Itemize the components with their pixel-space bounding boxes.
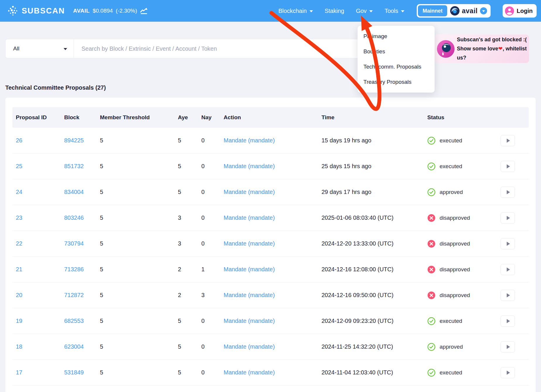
block-link[interactable]: 682553	[64, 318, 84, 324]
column-header-nay: Nay	[201, 114, 224, 121]
column-header-block: Block	[64, 114, 100, 121]
status-text: approved	[440, 189, 463, 195]
expand-row-button[interactable]	[501, 238, 515, 249]
block-link[interactable]: 834004	[64, 189, 84, 195]
gov-menu-item-treasury-proposals[interactable]: Treasury Proposals	[358, 74, 435, 90]
block-link[interactable]: 623004	[64, 343, 84, 350]
avail-logo-icon	[450, 6, 460, 16]
block-link[interactable]: 730794	[64, 240, 84, 247]
nay-value: 0	[201, 137, 224, 144]
play-icon	[507, 345, 510, 349]
nay-value: 3	[201, 292, 224, 299]
block-link[interactable]: 712872	[64, 292, 84, 298]
expand-row-button[interactable]	[501, 341, 515, 352]
aye-value: 5	[178, 318, 201, 324]
action-link[interactable]: Mandate (mandate)	[224, 214, 275, 221]
price-chart-icon[interactable]	[140, 8, 148, 14]
action-link[interactable]: Mandate (mandate)	[224, 137, 275, 144]
block-link[interactable]: 894225	[64, 137, 84, 144]
block-link[interactable]: 851732	[64, 163, 84, 169]
time-value: 2024-11-25 14:32:20 (UTC)	[321, 343, 427, 350]
expand-row-button[interactable]	[501, 264, 515, 275]
status-text: executed	[440, 163, 462, 170]
table-row: 21713286521Mandate (mandate)2024-12-16 1…	[12, 257, 529, 282]
aye-value: 2	[178, 266, 201, 273]
table-body: 26894225550Mandate (mandate)15 days 19 h…	[12, 128, 529, 392]
time-value: 2024-12-20 13:33:00 (UTC)	[321, 240, 427, 247]
heart-icon: ❤	[498, 46, 503, 52]
status-badge: executed	[427, 369, 501, 377]
ad-line1: Subscan's ad got blocked :(	[457, 35, 529, 44]
table-row: 20712872523Mandate (mandate)2024-12-16 0…	[12, 282, 529, 308]
proposal-id-link[interactable]: 22	[16, 240, 22, 247]
proposal-id-link[interactable]: 21	[16, 266, 22, 272]
gov-menu-item-preimage[interactable]: Preimage	[358, 29, 435, 44]
proposal-id-link[interactable]: 18	[16, 343, 22, 350]
page-title: Technical Committee Proposals (27)	[5, 84, 106, 91]
subscan-logo[interactable]: SUBSCAN	[8, 6, 65, 16]
play-icon	[507, 139, 510, 143]
action-link[interactable]: Mandate (mandate)	[224, 292, 275, 298]
proposal-id-link[interactable]: 17	[16, 369, 22, 376]
action-link[interactable]: Mandate (mandate)	[224, 369, 275, 376]
nay-value: 0	[201, 189, 224, 195]
time-value: 29 days 17 hrs ago	[321, 189, 427, 195]
status-badge: disapproved	[427, 214, 501, 222]
proposal-id-link[interactable]: 26	[16, 137, 22, 144]
member-threshold-value: 5	[100, 292, 178, 299]
expand-row-button[interactable]	[501, 367, 515, 378]
action-link[interactable]: Mandate (mandate)	[224, 240, 275, 247]
proposal-id-link[interactable]: 25	[16, 163, 22, 169]
expand-row-button[interactable]	[501, 161, 515, 172]
proposal-id-link[interactable]: 24	[16, 189, 22, 195]
network-chevron-icon[interactable]	[480, 7, 487, 14]
chevron-down-icon	[401, 10, 404, 12]
gov-menu-item-tech-comm-proposals[interactable]: Tech. comm. Proposals	[358, 59, 435, 74]
nav-link-gov[interactable]: Gov	[356, 8, 373, 14]
aye-value: 5	[178, 343, 201, 350]
aye-value: 3	[178, 240, 201, 247]
status-text: executed	[440, 318, 462, 324]
login-button[interactable]: Login	[503, 4, 537, 18]
proposal-id-link[interactable]: 23	[16, 214, 22, 221]
block-link[interactable]: 713286	[64, 266, 84, 272]
nav-link-staking[interactable]: Staking	[325, 8, 344, 14]
proposal-id-link[interactable]: 20	[16, 292, 22, 298]
expand-row-button[interactable]	[501, 316, 515, 327]
token-symbol: AVAIL	[73, 8, 90, 14]
expand-row-button[interactable]	[501, 290, 515, 301]
expand-row-button[interactable]	[501, 135, 515, 146]
nav-link-tools[interactable]: Tools	[385, 8, 404, 14]
action-link[interactable]: Mandate (mandate)	[224, 318, 275, 324]
table-row: 17531849550Mandate (mandate)2024-11-04 1…	[12, 360, 529, 386]
nay-value: 0	[201, 343, 224, 350]
block-link[interactable]: 803246	[64, 214, 84, 221]
status-text: disapproved	[440, 215, 470, 221]
status-text: approved	[440, 344, 463, 350]
time-value: 25 days 15 hrs ago	[321, 163, 427, 170]
expand-row-button[interactable]	[501, 187, 515, 198]
network-name-wrap[interactable]: avail	[450, 6, 489, 16]
member-threshold-value: 5	[100, 214, 178, 221]
column-header-member-threshold: Member Threshold	[100, 114, 178, 121]
mainnet-button[interactable]: Mainnet	[418, 5, 447, 16]
action-link[interactable]: Mandate (mandate)	[224, 343, 275, 350]
token-price: $0.0894	[93, 8, 113, 14]
block-link[interactable]: 531849	[64, 369, 84, 376]
search-filter-select[interactable]: All	[6, 39, 74, 58]
action-link[interactable]: Mandate (mandate)	[224, 163, 275, 169]
action-link[interactable]: Mandate (mandate)	[224, 189, 275, 195]
proposal-id-link[interactable]: 19	[16, 318, 22, 324]
time-value: 2024-11-04 12:03:40 (UTC)	[321, 369, 427, 376]
expand-row-button[interactable]	[501, 212, 515, 224]
column-header-action: Action	[224, 114, 321, 121]
ad-banner[interactable]: Subscan's ad got blocked :( Show some lo…	[435, 35, 529, 63]
table-row: 26894225550Mandate (mandate)15 days 19 h…	[12, 128, 529, 154]
nav-link-blockchain[interactable]: Blockchain	[278, 8, 313, 14]
navbar: SUBSCAN AVAIL $0.0894 (-2.30%) Blockchai…	[0, 0, 541, 22]
nay-value: 0	[201, 369, 224, 376]
action-link[interactable]: Mandate (mandate)	[224, 266, 275, 272]
table-row: 18623004550Mandate (mandate)2024-11-25 1…	[12, 334, 529, 360]
gov-menu-item-bounties[interactable]: Bounties	[358, 44, 435, 59]
search-filter-value: All	[13, 45, 19, 52]
